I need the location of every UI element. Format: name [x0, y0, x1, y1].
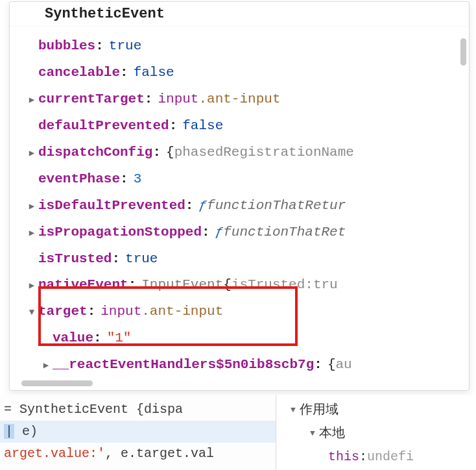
source-code-panel[interactable]: = SyntheticEvent {dispa | e) arget.value…: [0, 395, 276, 470]
prop-target-value[interactable]: value: "1": [25, 325, 469, 352]
expand-arrow-icon[interactable]: ▶: [25, 198, 38, 216]
prop-cancelable[interactable]: cancelable: false: [25, 60, 469, 86]
scope-this[interactable]: this: undefi: [287, 445, 470, 469]
source-line-current: | e): [0, 421, 276, 443]
debugger-cursor: |: [4, 424, 14, 439]
expand-arrow-icon[interactable]: ▶: [40, 357, 53, 375]
prop-is-trusted[interactable]: isTrusted: true: [25, 246, 469, 273]
collapse-arrow-icon[interactable]: ▼: [306, 426, 319, 441]
prop-key: bubbles: [38, 33, 95, 60]
property-list: bubbles: true cancelable: false ▶ curren…: [10, 27, 469, 390]
scope-local[interactable]: ▼ 本地: [287, 422, 470, 445]
prop-target[interactable]: ▼ target: input.ant-input: [25, 299, 469, 325]
expand-arrow-icon[interactable]: ▶: [25, 225, 38, 242]
horizontal-scrollbar[interactable]: [21, 380, 93, 386]
inspector-title: SyntheticEvent: [10, 2, 469, 27]
source-line: = SyntheticEvent {dispa: [0, 399, 276, 421]
scope-panel: ▼ 作用域 ▼ 本地 this: undefi: [276, 395, 476, 470]
prop-value: true: [109, 33, 141, 60]
prop-is-default-prevented[interactable]: ▶ isDefaultPrevented: ƒ functionThatRetu…: [25, 193, 469, 219]
prop-current-target[interactable]: ▶ currentTarget: input.ant-input: [25, 86, 469, 113]
scope-header[interactable]: ▼ 作用域: [287, 399, 470, 422]
bottom-panels: = SyntheticEvent {dispa | e) arget.value…: [0, 395, 476, 470]
collapse-arrow-icon[interactable]: ▼: [287, 402, 300, 417]
expand-arrow-icon[interactable]: ▶: [25, 145, 38, 162]
source-line: arget.value:', e.target.val: [0, 443, 276, 465]
expand-arrow-icon[interactable]: ▶: [25, 277, 38, 295]
prop-bubbles[interactable]: bubbles: true: [25, 33, 469, 60]
prop-react-event-handlers[interactable]: ▶ __reactEventHandlers$5n0ib8scb7g: {au: [25, 352, 469, 378]
object-inspector-tooltip: SyntheticEvent bubbles: true cancelable:…: [9, 1, 470, 391]
prop-default-prevented[interactable]: defaultPrevented: false: [25, 113, 469, 140]
prop-event-phase[interactable]: eventPhase: 3: [25, 166, 469, 193]
prop-dispatch-config[interactable]: ▶ dispatchConfig: {phasedRegistrationNam…: [25, 140, 469, 166]
vertical-scrollbar[interactable]: [460, 38, 466, 66]
expand-arrow-icon[interactable]: ▶: [25, 92, 38, 109]
prop-native-event[interactable]: ▶ nativeEvent: InputEvent {isTrusted: tr…: [25, 272, 469, 299]
collapse-arrow-icon[interactable]: ▼: [25, 304, 38, 321]
prop-is-propagation-stopped[interactable]: ▶ isPropagationStopped: ƒ functionThatRe…: [25, 219, 469, 246]
